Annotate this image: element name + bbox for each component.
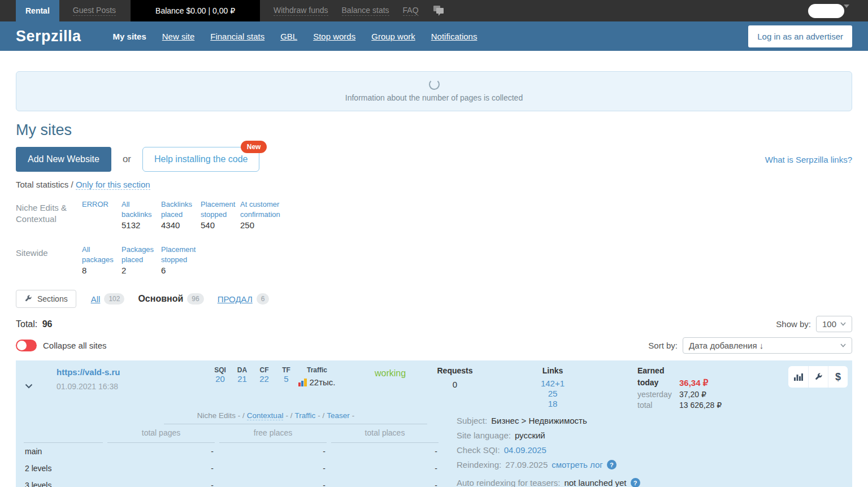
section-tab-label: Основной xyxy=(138,294,183,304)
cell-value: - xyxy=(219,443,327,460)
nav-notifications[interactable]: Notifications xyxy=(431,32,478,41)
placement-stopped-link[interactable]: Placement stopped xyxy=(161,245,201,266)
tab-guest-posts[interactable]: Guest Posts xyxy=(73,6,116,16)
tab-rental[interactable]: Rental xyxy=(16,0,59,21)
help-icon[interactable]: ? xyxy=(631,478,640,487)
total-value: 96 xyxy=(42,319,53,329)
wrench-icon xyxy=(24,295,32,303)
nav-stop-words[interactable]: Stop words xyxy=(313,32,355,41)
traffic-label: Traffic xyxy=(293,366,341,374)
site-action-buttons: $ xyxy=(788,366,848,388)
help-icon[interactable]: ? xyxy=(607,460,617,469)
site-stats-button[interactable] xyxy=(788,366,808,388)
subject-label: Subject: xyxy=(457,416,487,425)
stats-row-sitewide: Sitewide All packages 8 Packages placed … xyxy=(16,245,852,275)
loading-spinner-icon xyxy=(429,79,440,90)
balance-stats-link[interactable]: Balance stats xyxy=(342,6,389,16)
withdraw-funds-link[interactable]: Withdraw funds xyxy=(274,6,328,16)
links-value-3[interactable]: 18 xyxy=(536,399,570,409)
table-row-main: main - - - xyxy=(24,443,439,460)
separator: - / xyxy=(285,411,292,420)
show-by-select[interactable]: 100 xyxy=(816,316,852,332)
site-prices-button[interactable]: $ xyxy=(828,366,848,388)
help-installing-code-button[interactable]: Help installing the code New xyxy=(142,147,259,172)
add-new-website-button[interactable]: Add New Website xyxy=(16,147,111,172)
breakdown-header-row: total pages free places total places xyxy=(24,424,439,443)
metric-value[interactable]: 20 xyxy=(215,374,225,384)
backlinks-placed-link[interactable]: Backlinks placed xyxy=(161,199,201,220)
nav-gbl[interactable]: GBL xyxy=(280,32,297,41)
requests-block: Requests 0 xyxy=(429,366,480,389)
check-sqi-date-link[interactable]: 04.09.2025 xyxy=(504,445,546,455)
show-by-value: 100 xyxy=(822,319,836,329)
what-is-serpzilla-links[interactable]: What is Serpzilla links? xyxy=(765,155,852,164)
breakdown-filter: Niche Edits - /Contextual- /Traffic- /Te… xyxy=(108,411,443,420)
section-tab-label[interactable]: All xyxy=(91,294,101,304)
list-controls-row-2: Collapse all sites Sort by: Дата добавле… xyxy=(16,337,852,354)
only-for-this-section-link[interactable]: Only for this section xyxy=(76,180,150,190)
niche-edits-label: Niche Edits - / xyxy=(197,411,245,420)
section-tab-all[interactable]: All 102 xyxy=(91,293,125,305)
at-customer-confirmation-link[interactable]: At customer confirmation xyxy=(240,199,292,220)
contextual-link[interactable]: Contextual xyxy=(247,411,284,420)
traffic-link[interactable]: Traffic xyxy=(294,411,315,420)
section-count-badge: 6 xyxy=(257,293,270,305)
row-label: main xyxy=(24,443,103,460)
balance-display: Balance $0.00 | 0,00 ₽ xyxy=(131,0,260,21)
main-nav: Serpzilla My sites New site Financial st… xyxy=(0,21,868,51)
or-text: or xyxy=(123,154,131,165)
subject-row: Subject: Бизнес > Недвижимость xyxy=(457,416,640,425)
total-statistics-label: Total statistics / xyxy=(16,180,73,189)
user-menu[interactable] xyxy=(808,4,844,18)
section-count-badge: 96 xyxy=(187,293,203,305)
section-tab-label[interactable]: ПРОДАЛ xyxy=(218,294,253,304)
login-as-advertiser-button[interactable]: Log in as an advertiser xyxy=(748,25,852,47)
links-label: Links xyxy=(536,366,570,375)
messages-icon[interactable] xyxy=(433,6,445,16)
sort-by-select[interactable]: Дата добавления ↓ xyxy=(683,337,852,354)
site-url-link[interactable]: https://vald-s.ru xyxy=(57,367,120,377)
collapse-all-toggle[interactable] xyxy=(16,340,37,351)
earned-grid: today 36,34 ₽ yesterday 37,20 ₽ total 13… xyxy=(637,378,722,410)
nav-financial-stats[interactable]: Financial stats xyxy=(210,32,264,41)
links-value-2[interactable]: 25 xyxy=(536,389,570,399)
nav-new-site[interactable]: New site xyxy=(162,32,195,41)
site-settings-button[interactable] xyxy=(808,366,828,388)
all-packages-link[interactable]: All packages xyxy=(82,245,121,266)
metric-value[interactable]: 22 xyxy=(259,374,269,384)
stats-row-label: Sitewide xyxy=(16,245,82,275)
view-log-link[interactable]: смотреть лог xyxy=(552,460,602,469)
stat-value: 2 xyxy=(121,266,161,275)
section-tab-osnovnoy[interactable]: Основной 96 xyxy=(138,293,203,305)
links-value-1[interactable]: 142+1 xyxy=(536,379,570,389)
serpzilla-logo[interactable]: Serpzilla xyxy=(16,28,81,45)
error-link[interactable]: ERROR xyxy=(82,199,121,220)
stat-col-placement-stopped: Placement stopped 540 xyxy=(201,199,240,230)
metric-value[interactable]: 5 xyxy=(284,374,288,384)
links-block: Links 142+1 25 18 xyxy=(536,366,570,409)
statistics-block: Niche Edits & Contextual ERROR All backl… xyxy=(16,199,852,275)
collapse-site-chevron-icon[interactable] xyxy=(25,381,33,391)
placement-stopped-link[interactable]: Placement stopped xyxy=(201,199,240,220)
traffic-value-row: 22тыс. xyxy=(293,377,341,387)
subject-value: Бизнес > Недвижимость xyxy=(491,416,587,425)
collapse-all-label: Collapse all sites xyxy=(43,341,107,350)
teaser-link[interactable]: Teaser xyxy=(327,411,350,420)
faq-link[interactable]: FAQ xyxy=(403,6,419,16)
total-label: Total: xyxy=(16,319,37,329)
user-pill[interactable] xyxy=(808,4,844,18)
packages-placed-link[interactable]: Packages placed xyxy=(121,245,161,266)
earned-total-value: 13 626,28 ₽ xyxy=(679,401,722,410)
section-tab-prodal[interactable]: ПРОДАЛ 6 xyxy=(218,293,270,305)
empty-header-cell xyxy=(24,424,103,443)
metric-value[interactable]: 21 xyxy=(237,374,247,384)
earned-block: Earned today 36,34 ₽ yesterday 37,20 ₽ t… xyxy=(637,366,722,410)
nav-group-work[interactable]: Group work xyxy=(371,32,415,41)
chevron-down-icon xyxy=(840,343,846,347)
nav-my-sites[interactable]: My sites xyxy=(113,32,146,41)
cell-value: - xyxy=(107,477,215,487)
all-backlinks-link[interactable]: All backlinks xyxy=(121,199,161,220)
sections-button[interactable]: Sections xyxy=(16,290,76,308)
table-row-3-levels: 3 levels - - - xyxy=(24,477,439,487)
sort-by-label: Sort by: xyxy=(648,341,678,350)
